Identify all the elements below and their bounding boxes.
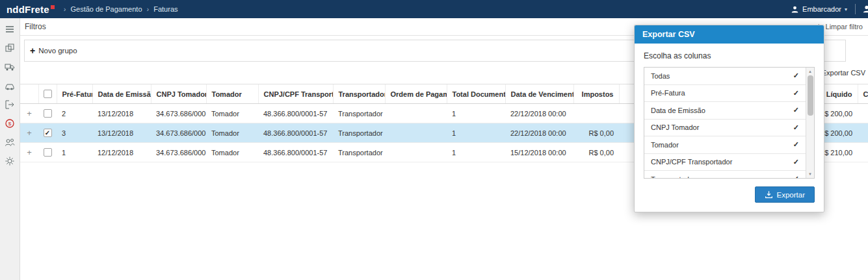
breadcrumb-faturas[interactable]: Faturas — [153, 5, 178, 13]
filters-title: Filtros — [25, 22, 46, 31]
cell-total-documentos: 1 — [447, 123, 505, 143]
cell-cnpj-cpf-transportador: 48.366.800/0001-57 — [258, 104, 333, 123]
clear-filter-label: Limpar filtro — [826, 23, 863, 31]
modal-subtitle: Escolha as colunas — [644, 51, 815, 60]
col-header-ordem-pagamento[interactable]: Ordem de Pagamento — [385, 84, 447, 104]
payments-icon[interactable]: $ — [1, 115, 18, 132]
cell-cnpj-cpf-transportador: 48.366.800/0001-57 — [258, 143, 333, 162]
column-option-transportador[interactable]: Transportador ✓ — [644, 171, 806, 179]
select-all-column-header: ✓ — [38, 84, 57, 104]
column-option-todas[interactable]: Todas ✓ — [644, 68, 806, 85]
cell-cobranca — [858, 104, 868, 123]
check-icon: ✓ — [793, 89, 799, 97]
export-button[interactable]: Exportar — [755, 186, 815, 203]
breadcrumb: › Gestão de Pagamento › Faturas — [64, 5, 178, 13]
col-header-tomador[interactable]: Tomador — [206, 84, 258, 104]
scrollbar-thumb[interactable] — [808, 75, 813, 116]
users-icon[interactable] — [1, 134, 18, 151]
cell-cobranca — [858, 123, 868, 143]
cell-data-vencimento: 15/12/2018 00:00 — [505, 143, 573, 162]
row-checkbox[interactable]: ✓ — [44, 148, 52, 157]
cell-data-emissao: 13/12/2018 — [92, 104, 151, 123]
expand-row-icon[interactable]: + — [20, 147, 38, 157]
svg-text:$: $ — [8, 121, 12, 127]
app-logo[interactable]: nddFrete — [0, 4, 64, 15]
settings-gear-icon[interactable] — [1, 153, 18, 170]
col-header-data-vencimento[interactable]: Data de Vencimento — [505, 84, 573, 104]
cell-impostos: R$ 0,00 — [573, 143, 619, 162]
cell-transportador: Transportador — [333, 104, 385, 123]
cell-ordem-pagamento — [385, 123, 447, 143]
cell-data-emissao: 13/12/2018 — [92, 123, 151, 143]
user-menu[interactable]: Embarcador ▾ — [783, 0, 855, 18]
cell-tomador: Tomador — [206, 123, 258, 143]
truck-icon[interactable] — [1, 58, 18, 75]
export-icon[interactable] — [1, 96, 18, 113]
cell-transportador: Transportador — [333, 143, 385, 162]
scroll-up-icon[interactable]: ▲ — [808, 69, 812, 74]
modal-footer: Exportar — [644, 186, 815, 203]
options-scrollbar[interactable]: ▲ ▼ — [806, 68, 814, 178]
cell-tomador: Tomador — [206, 104, 258, 123]
vehicle-icon[interactable] — [1, 77, 18, 94]
cell-cnpj-tomador: 34.673.686/0001-01 — [151, 143, 206, 162]
cell-pre-fatura: 1 — [57, 143, 92, 162]
breadcrumb-gestao-de-pagamento[interactable]: Gestão de Pagamento — [70, 5, 142, 13]
documents-icon[interactable] — [1, 40, 18, 57]
row-checkbox[interactable]: ✓ — [44, 129, 52, 137]
column-option-cnpj-tomador[interactable]: CNPJ Tomador ✓ — [644, 120, 806, 137]
column-option-cnpj-cpf-transportador[interactable]: CNPJ/CPF Transportador ✓ — [644, 154, 806, 172]
secondary-user-menu[interactable] — [856, 5, 868, 14]
select-all-checkbox[interactable]: ✓ — [44, 90, 52, 98]
cell-data-vencimento: 22/12/2018 00:00 — [505, 104, 573, 123]
app-window: nddFrete › Gestão de Pagamento › Faturas… — [0, 0, 868, 280]
cell-total-documentos: 1 — [447, 104, 505, 123]
topbar-right: Embarcador ▾ — [783, 0, 868, 18]
check-icon: ✓ — [793, 106, 799, 114]
chevron-down-icon: ▾ — [845, 6, 847, 12]
chevron-right-icon: › — [64, 5, 66, 13]
cell-impostos: R$ 0,00 — [573, 123, 619, 143]
scrollbar-track[interactable] — [808, 75, 813, 170]
new-group-button[interactable]: + Novo grupo — [30, 46, 77, 55]
row-checkbox[interactable]: ✓ — [44, 109, 52, 118]
check-icon: ✓ — [793, 158, 799, 166]
col-header-cobranca[interactable]: Cobrança — [858, 84, 868, 104]
check-icon: ✓ — [793, 123, 799, 132]
cell-cobranca — [858, 143, 868, 162]
col-header-transportador[interactable]: Transportador — [333, 84, 385, 104]
export-csv-label: Exportar CSV — [822, 69, 865, 77]
menu-toggle-icon[interactable] — [1, 21, 18, 38]
col-header-pre-fatura[interactable]: Pré-Fatura — [57, 84, 92, 104]
modal-header: Exportar CSV — [635, 25, 824, 44]
col-header-total-documentos[interactable]: Total Documentos — [447, 84, 505, 104]
cell-pre-fatura: 2 — [57, 104, 92, 123]
cell-data-emissao: 12/12/2018 — [92, 143, 151, 162]
col-header-cnpj-tomador[interactable]: CNPJ Tomador — [151, 84, 206, 104]
col-header-cnpj-cpf-transportador[interactable]: CNPJ/CPF Transportador — [258, 84, 333, 104]
column-option-pre-fatura[interactable]: Pré-Fatura ✓ — [644, 85, 806, 103]
expand-row-icon[interactable]: + — [20, 128, 38, 138]
scroll-down-icon[interactable]: ▼ — [808, 172, 812, 177]
check-icon: ✓ — [45, 130, 50, 136]
modal-body: Escolha as colunas Todas ✓ Pré-Fatura ✓ … — [635, 44, 824, 212]
expand-row-icon[interactable]: + — [20, 108, 38, 118]
user-icon — [862, 5, 868, 14]
cell-ordem-pagamento — [385, 143, 447, 162]
cell-data-vencimento: 22/12/2018 00:00 — [505, 123, 573, 143]
column-option-tomador[interactable]: Tomador ✓ — [644, 136, 806, 154]
col-header-impostos[interactable]: Impostos — [573, 84, 619, 104]
topbar: nddFrete › Gestão de Pagamento › Faturas… — [0, 0, 868, 18]
download-icon — [765, 190, 773, 199]
check-icon: ✓ — [793, 71, 799, 80]
cell-impostos — [573, 104, 619, 123]
column-option-data-de-emissao[interactable]: Data de Emissão ✓ — [644, 102, 806, 120]
column-options-list: Todas ✓ Pré-Fatura ✓ Data de Emissão ✓ C… — [644, 67, 815, 179]
cell-ordem-pagamento — [385, 104, 447, 123]
plus-icon: + — [30, 46, 35, 55]
export-csv-modal: Exportar CSV Escolha as colunas Todas ✓ … — [634, 25, 824, 212]
cell-cnpj-cpf-transportador: 48.366.800/0001-57 — [258, 123, 333, 143]
logo-text: nddFrete — [7, 4, 49, 15]
col-header-data-emissao[interactable]: Data de Emissão↓ — [92, 84, 151, 104]
new-group-label: Novo grupo — [38, 47, 77, 55]
